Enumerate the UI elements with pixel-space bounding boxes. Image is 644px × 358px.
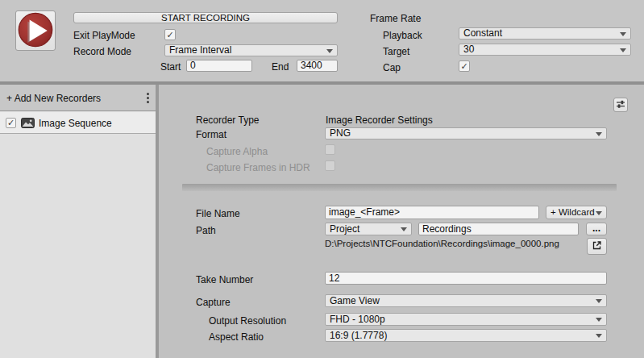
recorder-window: START RECORDING Exit PlayMode ✓ Record M… bbox=[0, 0, 644, 358]
capture-hdr-checkbox bbox=[325, 160, 335, 171]
file-name-input[interactable]: image_<Frame> bbox=[325, 206, 539, 219]
aspect-ratio-label: Aspect Ratio bbox=[209, 331, 264, 343]
external-link-icon bbox=[592, 240, 602, 253]
path-root-value: Project bbox=[330, 223, 359, 235]
chevron-down-icon bbox=[596, 211, 602, 215]
format-label: Format bbox=[196, 129, 226, 140]
playback-value: Constant bbox=[463, 27, 502, 39]
recorder-enabled-checkbox[interactable]: ✓ bbox=[6, 118, 16, 128]
chevron-down-icon bbox=[620, 32, 626, 36]
output-resolution-dropdown[interactable]: FHD - 1080p bbox=[325, 313, 607, 326]
capture-source-dropdown[interactable]: Game View bbox=[325, 294, 607, 307]
transport-panel: START RECORDING Exit PlayMode ✓ Record M… bbox=[0, 0, 644, 81]
capture-alpha-checkbox bbox=[325, 144, 335, 155]
record-button[interactable] bbox=[15, 10, 56, 51]
wildcard-button[interactable]: + Wildcard bbox=[546, 206, 607, 219]
target-fps-dropdown[interactable]: 30 bbox=[459, 44, 631, 56]
output-resolution-value: FHD - 1080p bbox=[330, 314, 385, 325]
recorder-type-label: Recorder Type bbox=[196, 114, 260, 126]
frame-rate-title: Frame Rate bbox=[370, 13, 421, 24]
exit-playmode-checkbox[interactable]: ✓ bbox=[164, 29, 176, 40]
image-sequence-icon bbox=[21, 118, 35, 131]
playback-label: Playback bbox=[383, 30, 422, 41]
target-label: Target bbox=[383, 46, 409, 57]
record-mode-dropdown[interactable]: Frame Interval bbox=[164, 44, 338, 56]
list-item-image-sequence[interactable]: ✓ Image Sequence bbox=[0, 112, 156, 134]
take-number-input[interactable]: 12 bbox=[325, 272, 607, 285]
target-fps-value: 30 bbox=[463, 44, 474, 55]
aspect-ratio-value: 16:9 (1.7778) bbox=[330, 330, 387, 341]
check-icon: ✓ bbox=[165, 30, 175, 40]
capture-hdr-label: Capture Frames in HDR bbox=[206, 162, 310, 173]
path-input[interactable]: Recordings bbox=[418, 223, 579, 235]
end-frame-input[interactable]: 3400 bbox=[297, 60, 338, 72]
playback-dropdown[interactable]: Constant bbox=[459, 27, 631, 40]
capture-alpha-label: Capture Alpha bbox=[206, 146, 268, 157]
preset-sliders-icon bbox=[616, 99, 625, 111]
start-label: Start bbox=[160, 61, 181, 73]
path-label: Path bbox=[196, 225, 216, 236]
take-number-label: Take Number bbox=[196, 274, 253, 285]
preset-button[interactable] bbox=[613, 98, 628, 112]
record-play-icon bbox=[17, 11, 54, 51]
format-value: PNG bbox=[330, 127, 351, 139]
chevron-down-icon bbox=[620, 48, 626, 52]
kebab-menu-icon[interactable] bbox=[146, 93, 149, 103]
add-new-recorders-label: + Add New Recorders bbox=[6, 93, 101, 104]
chevron-down-icon bbox=[596, 334, 602, 338]
chevron-down-icon bbox=[596, 299, 602, 303]
output-resolution-label: Output Resolution bbox=[209, 315, 286, 327]
wildcard-button-label: + Wildcard bbox=[551, 207, 595, 217]
path-root-dropdown[interactable]: Project bbox=[325, 223, 412, 235]
capture-label: Capture bbox=[196, 297, 231, 308]
recorder-type-value: Image Recorder Settings bbox=[326, 114, 433, 126]
record-mode-value: Frame Interval bbox=[169, 44, 231, 56]
check-icon: ✓ bbox=[459, 61, 469, 71]
start-frame-input[interactable]: 0 bbox=[186, 60, 252, 72]
add-new-recorders-button[interactable]: + Add New Recorders bbox=[0, 85, 156, 111]
chevron-down-icon bbox=[596, 132, 602, 136]
open-path-button[interactable] bbox=[587, 238, 607, 255]
exit-playmode-label: Exit PlayMode bbox=[73, 30, 135, 41]
recorder-item-label: Image Sequence bbox=[39, 118, 112, 129]
chevron-down-icon bbox=[401, 227, 407, 231]
aspect-ratio-dropdown[interactable]: 16:9 (1.7778) bbox=[325, 329, 607, 342]
resolved-path-text: D:\Projects\NTCFoundation\Recordings\ima… bbox=[325, 237, 569, 250]
format-dropdown[interactable]: PNG bbox=[325, 127, 607, 139]
check-icon: ✓ bbox=[6, 119, 15, 127]
record-mode-label: Record Mode bbox=[73, 46, 131, 57]
recorder-list-panel: + Add New Recorders ✓ Image Sequence bbox=[0, 85, 156, 358]
chevron-down-icon bbox=[326, 49, 333, 53]
cap-label: Cap bbox=[383, 62, 401, 73]
capture-source-value: Game View bbox=[330, 295, 380, 306]
start-recording-button[interactable]: START RECORDING bbox=[73, 12, 338, 23]
end-label: End bbox=[272, 61, 289, 73]
browse-button[interactable]: ... bbox=[586, 223, 607, 235]
cap-checkbox[interactable]: ✓ bbox=[459, 60, 470, 72]
section-separator bbox=[182, 184, 617, 191]
file-name-label: File Name bbox=[196, 208, 240, 219]
chevron-down-icon bbox=[596, 318, 602, 322]
